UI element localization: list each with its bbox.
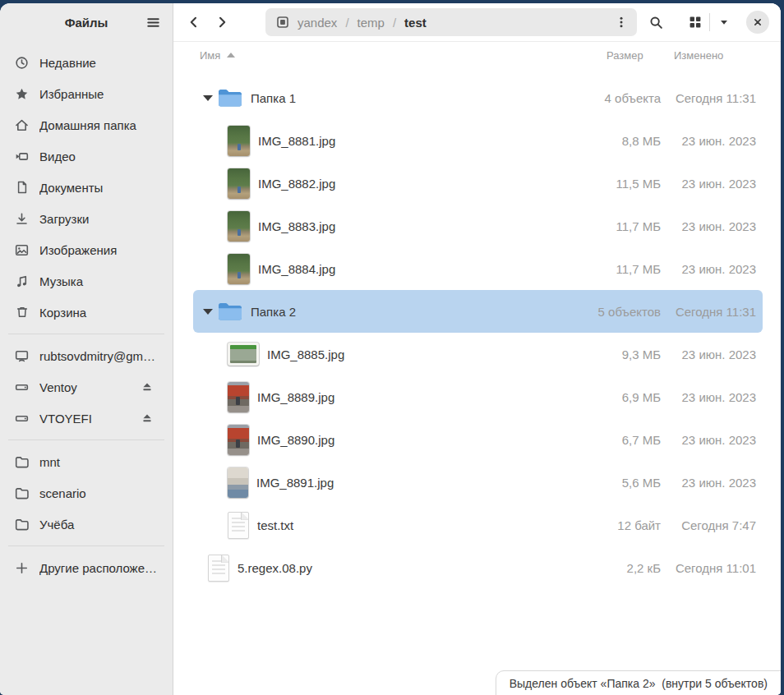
remote-drive-icon <box>276 16 289 29</box>
image-thumbnail <box>228 254 250 284</box>
column-header-name[interactable]: Имя <box>200 49 595 62</box>
sidebar-item-documents[interactable]: Документы <box>7 172 166 203</box>
sidebar-item-downloads[interactable]: Загрузки <box>7 203 166 234</box>
file-row[interactable]: test.txt12 байтСегодня 7:47 <box>193 504 763 546</box>
sidebar-item-home[interactable]: Домашняя папка <box>7 109 166 140</box>
sidebar-item-music[interactable]: Музыка <box>7 265 166 297</box>
status-bar: Выделен объект «Папка 2» (внутри 5 объек… <box>496 670 781 695</box>
music-note-icon <box>15 274 29 288</box>
sidebar-item-trash[interactable]: Корзина <box>7 297 166 328</box>
file-size: 5 объектов <box>595 305 661 319</box>
grid-view-button[interactable] <box>681 8 709 36</box>
breadcrumb-segment-test[interactable]: test <box>404 16 427 30</box>
sidebar-item-starred[interactable]: Избранные <box>7 78 166 109</box>
column-header-modified[interactable]: Изменено <box>661 49 756 62</box>
image-icon <box>15 243 29 257</box>
view-options-button[interactable] <box>710 8 738 36</box>
eject-button[interactable] <box>136 376 158 398</box>
file-size: 5,6 МБ <box>595 476 661 490</box>
back-button[interactable] <box>180 8 208 36</box>
file-row[interactable]: IMG_8890.jpg6,7 МБ23 июн. 2023 <box>193 418 763 461</box>
download-icon <box>15 212 29 226</box>
sidebar-item-vtoyefi[interactable]: VTOYEFI <box>7 403 166 434</box>
file-row[interactable]: IMG_8882.jpg11,5 МБ23 июн. 2023 <box>193 162 763 205</box>
search-icon <box>649 16 663 30</box>
file-name: Папка 1 <box>251 91 595 105</box>
sidebar-item-label: Недавние <box>39 56 158 70</box>
sidebar-item-scenario[interactable]: scenario <box>7 477 166 509</box>
document-icon <box>15 181 29 194</box>
file-name: IMG_8883.jpg <box>258 219 595 233</box>
file-row[interactable]: IMG_8885.jpg9,3 МБ23 июн. 2023 <box>193 333 763 375</box>
sidebar-item-other-locations[interactable]: Другие расположения <box>7 552 166 583</box>
search-button[interactable] <box>642 8 670 36</box>
column-headers: Имя Размер Изменено <box>193 42 763 67</box>
sidebar-item-mnt[interactable]: mnt <box>7 446 166 477</box>
chevron-left-icon <box>187 16 201 29</box>
file-name: IMG_8881.jpg <box>258 134 595 148</box>
caret-down-icon <box>718 16 730 28</box>
sidebar-item-label: Другие расположения <box>39 561 158 575</box>
sidebar-item-label: Избранные <box>39 87 158 101</box>
file-size: 8,8 МБ <box>595 134 661 148</box>
sidebar-item-online-account[interactable]: rubtsovdmitry@gm… <box>7 340 166 371</box>
sidebar-item-label: rubtsovdmitry@gm… <box>39 349 158 363</box>
folder-row[interactable]: Папка 25 объектовСегодня 11:31 <box>193 290 763 333</box>
breadcrumb-segment-temp[interactable]: temp <box>357 16 385 30</box>
file-name: test.txt <box>257 518 595 532</box>
breadcrumb-separator: / <box>345 16 348 30</box>
sidebar-item-ventoy[interactable]: Ventoy <box>7 371 166 403</box>
sidebar-item-label: Учёба <box>39 518 158 532</box>
file-name: Папка 2 <box>251 305 595 319</box>
folder-row[interactable]: Папка 14 объектаСегодня 11:31 <box>193 76 763 119</box>
column-header-size[interactable]: Размер <box>595 49 661 62</box>
online-account-icon <box>15 349 29 363</box>
hamburger-menu-icon <box>146 16 160 30</box>
content-pane: yandex/temp/test <box>173 3 781 695</box>
folder-icon <box>218 88 242 108</box>
file-name: 5.regex.08.py <box>238 561 595 575</box>
drive-icon <box>15 380 29 394</box>
triangle-down-icon <box>203 309 213 315</box>
sidebar-item-label: Документы <box>39 181 158 195</box>
path-menu-button[interactable] <box>606 8 637 36</box>
selection-status-text: Выделен объект «Папка 2» (внутри 5 объек… <box>510 677 768 690</box>
sidebar-item-recent[interactable]: Недавние <box>7 47 166 78</box>
sidebar-item-label: Загрузки <box>39 212 158 226</box>
file-row[interactable]: 5.regex.08.py2,2 кБСегодня 11:01 <box>193 546 763 589</box>
sidebar-separator <box>8 545 164 546</box>
expander-toggle[interactable] <box>200 90 216 106</box>
close-button[interactable] <box>746 11 769 34</box>
column-label-name: Имя <box>200 49 220 62</box>
path-bar[interactable]: yandex/temp/test <box>265 8 637 36</box>
breadcrumb-segment-yandex[interactable]: yandex <box>297 16 337 30</box>
file-list-view: Имя Размер Изменено Папка 14 объектаСего… <box>173 42 781 695</box>
file-size: 11,7 МБ <box>595 262 661 276</box>
file-row[interactable]: IMG_8889.jpg6,9 МБ23 июн. 2023 <box>193 375 763 418</box>
sidebar-item-label: VTOYEFI <box>39 412 126 426</box>
file-row[interactable]: IMG_8881.jpg8,8 МБ23 июн. 2023 <box>193 119 763 162</box>
sidebar-item-ucheba[interactable]: Учёба <box>7 509 166 540</box>
kebab-menu-icon <box>615 16 628 29</box>
file-size: 6,9 МБ <box>595 390 661 404</box>
file-row[interactable]: IMG_8891.jpg5,6 МБ23 июн. 2023 <box>193 461 763 504</box>
file-modified-date: 23 июн. 2023 <box>661 177 756 191</box>
file-modified-date: Сегодня 7:47 <box>661 518 756 532</box>
file-modified-date: 23 июн. 2023 <box>661 262 756 276</box>
folder-outline-icon <box>15 455 29 469</box>
folder-outline-icon <box>15 486 29 500</box>
expander-toggle[interactable] <box>200 303 216 320</box>
eject-button[interactable] <box>136 407 158 429</box>
main-menu-button[interactable] <box>140 9 166 35</box>
sidebar-item-videos[interactable]: Видео <box>7 140 166 172</box>
clock-icon <box>15 56 29 70</box>
chevron-right-icon <box>215 16 228 29</box>
file-row[interactable]: IMG_8883.jpg11,7 МБ23 июн. 2023 <box>193 205 763 247</box>
file-row[interactable]: IMG_8884.jpg11,7 МБ23 июн. 2023 <box>193 247 763 290</box>
text-file-icon <box>208 555 229 582</box>
eject-icon <box>141 380 154 394</box>
sidebar-item-pictures[interactable]: Изображения <box>7 234 166 265</box>
forward-button[interactable] <box>208 8 236 36</box>
places-list: НедавниеИзбранныеДомашняя папкаВидеоДоку… <box>0 42 173 695</box>
sidebar-item-label: mnt <box>39 455 158 469</box>
